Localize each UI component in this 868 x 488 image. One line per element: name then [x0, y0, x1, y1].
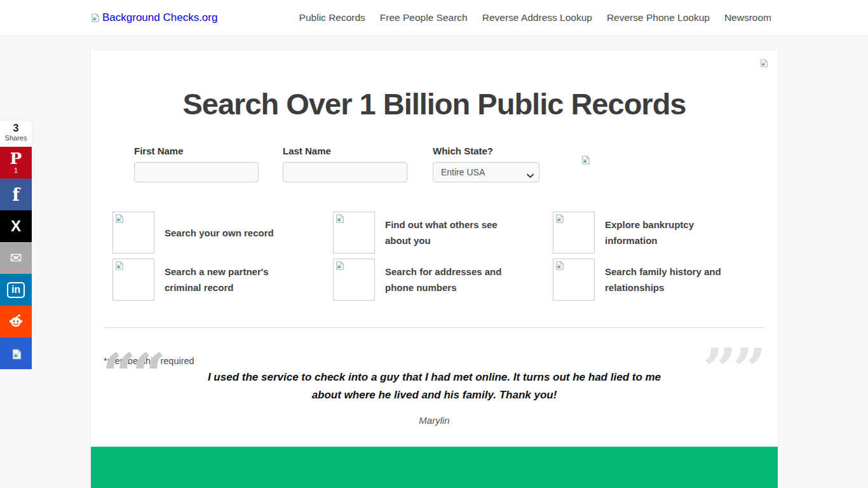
feature-image-placeholder: [112, 259, 154, 301]
top-navbar: Background Checks.org Public Records Fre…: [0, 0, 868, 36]
list-item: Explore bankruptcy information: [553, 212, 778, 254]
feature-image-placeholder: [333, 259, 375, 301]
share-sidebar: 3 Shares P 1 f X ✉ in: [0, 121, 32, 369]
pinterest-share-count: 1: [14, 166, 18, 174]
state-label: Which State?: [433, 146, 539, 156]
x-icon: X: [11, 217, 21, 235]
feature-image-placeholder: [553, 212, 595, 254]
broken-image-icon: [555, 261, 564, 270]
broken-image-icon: [11, 349, 20, 358]
testimonial-section: *membership required ““ ”” I used the se…: [91, 328, 778, 426]
share-linkedin-button[interactable]: in: [0, 274, 32, 306]
search-form: First Name Last Name Which State? Entire…: [134, 146, 778, 182]
nav-public-records[interactable]: Public Records: [299, 12, 365, 24]
last-name-input[interactable]: [283, 162, 407, 182]
share-reddit-button[interactable]: [0, 306, 32, 337]
broken-image-icon: [336, 261, 344, 270]
feature-label: Search for addresses and phone numbers: [385, 264, 515, 295]
email-icon: ✉: [10, 250, 22, 267]
broken-image-icon: [581, 156, 590, 165]
nav-free-people-search[interactable]: Free People Search: [380, 12, 468, 24]
pinterest-icon: P: [10, 151, 22, 166]
close-quote-icon: ””: [703, 341, 763, 399]
feature-image-placeholder: [333, 212, 375, 254]
nav-reverse-phone-lookup[interactable]: Reverse Phone Lookup: [607, 12, 710, 24]
main-nav: Public Records Free People Search Revers…: [299, 12, 771, 24]
broken-image-icon: [115, 261, 124, 270]
nav-reverse-address-lookup[interactable]: Reverse Address Lookup: [482, 12, 592, 24]
broken-image-icon: [336, 214, 344, 223]
broken-image-icon: [555, 214, 564, 223]
reddit-icon: [8, 312, 24, 331]
state-select[interactable]: Entire USA: [433, 162, 539, 182]
first-name-input[interactable]: [134, 162, 259, 182]
page-title: Search Over 1 Billion Public Records: [91, 86, 778, 121]
open-quote-icon: ““: [102, 346, 162, 404]
feature-list: Search your own record Find out what oth…: [112, 212, 778, 301]
share-x-button[interactable]: X: [0, 210, 32, 242]
logo-text: Background Checks.org: [102, 11, 217, 24]
testimonial-author: Marylin: [91, 415, 778, 426]
nav-newsroom[interactable]: Newsroom: [724, 12, 771, 24]
list-item: Search your own record: [112, 212, 333, 254]
last-name-label: Last Name: [283, 146, 407, 156]
share-pinterest-button[interactable]: P 1: [0, 147, 32, 179]
feature-label: Explore bankruptcy information: [605, 217, 735, 248]
share-count-label: Shares: [0, 134, 32, 142]
feature-image-placeholder: [553, 259, 595, 301]
testimonial-text: I used the service to check into a guy t…: [200, 328, 670, 403]
feature-label: Find out what others see about you: [385, 217, 515, 248]
logo-link[interactable]: Background Checks.org: [91, 11, 217, 24]
list-item: Search a new partner's criminal record: [112, 259, 333, 301]
share-email-button[interactable]: ✉: [0, 242, 32, 274]
first-name-label: First Name: [134, 146, 259, 156]
broken-image-icon: [91, 13, 100, 22]
footer-accent-bar: [91, 447, 778, 488]
feature-label: Search your own record: [165, 225, 274, 241]
broken-image-icon: [760, 59, 769, 68]
main-content-card: Search Over 1 Billion Public Records Fir…: [91, 51, 778, 488]
share-more-button[interactable]: [0, 337, 32, 369]
broken-image-icon: [115, 214, 124, 223]
list-item: Search family history and relationships: [553, 259, 778, 301]
share-facebook-button[interactable]: f: [0, 179, 32, 210]
linkedin-icon: in: [7, 282, 25, 298]
feature-label: Search family history and relationships: [605, 264, 735, 295]
feature-label: Search a new partner's criminal record: [165, 264, 295, 295]
share-count: 3 Shares: [0, 121, 32, 147]
facebook-icon: f: [12, 185, 20, 205]
feature-image-placeholder: [112, 212, 154, 254]
share-count-number: 3: [0, 123, 32, 134]
list-item: Find out what others see about you: [333, 212, 553, 254]
list-item: Search for addresses and phone numbers: [333, 259, 553, 301]
